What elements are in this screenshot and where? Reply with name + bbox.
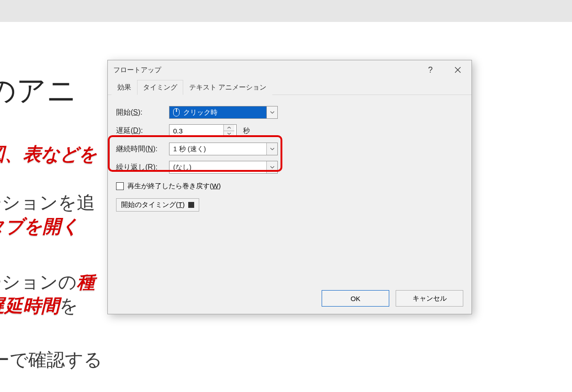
close-button[interactable]: [444, 60, 471, 79]
slide-text-line3b: タブを開く: [0, 214, 79, 239]
rewind-checkbox[interactable]: [116, 182, 124, 190]
duration-value: 1 秒 (速く): [169, 143, 266, 155]
duration-label: 継続時間(N):: [116, 144, 169, 154]
timing-tab-content: 開始(S): クリック時 遅延(D):: [108, 95, 471, 216]
start-value: クリック時: [183, 108, 217, 117]
delay-label: 遅延(D):: [116, 126, 169, 136]
rewind-label: 再生が終了したら巻き戻す(W): [127, 182, 221, 191]
duration-row: 継続時間(N): 1 秒 (速く): [116, 140, 463, 158]
delay-spin-up[interactable]: [224, 125, 234, 131]
start-combobox[interactable]: クリック時: [169, 106, 278, 119]
slide-text-line3a: ーションを追: [0, 190, 95, 215]
slide-text-line2: 図、表などを: [0, 142, 97, 167]
repeat-label: 繰り返し(R):: [116, 163, 169, 172]
collapse-icon: [188, 202, 194, 208]
delay-unit: 秒: [243, 127, 250, 135]
trigger-timing-button[interactable]: 開始のタイミング(T): [116, 198, 199, 212]
dialog-title: フロートアップ: [113, 66, 161, 74]
rewind-row: 再生が終了したら巻き戻す(W): [116, 178, 463, 194]
dialog-titlebar: フロートアップ ?: [108, 60, 471, 79]
ok-button[interactable]: OK: [322, 290, 389, 307]
slide-text-line4b: 遅延時間を: [0, 293, 78, 318]
delay-spinner[interactable]: [169, 124, 237, 137]
repeat-combobox[interactable]: (なし): [169, 161, 278, 174]
dialog-button-row: OK キャンセル: [322, 290, 463, 307]
close-icon: [455, 67, 461, 73]
slide-text-line4a: ーションの種: [0, 270, 95, 295]
cancel-button[interactable]: キャンセル: [396, 290, 463, 307]
slide-text-line5: ューで確認する: [0, 347, 102, 372]
tab-strip: 効果 タイミング テキスト アニメーション: [108, 79, 471, 95]
tab-effect[interactable]: 効果: [111, 80, 137, 95]
mouse-click-icon: [173, 108, 180, 117]
float-up-dialog: フロートアップ ? 効果 タイミング テキスト アニメーション 開始(S): ク…: [107, 60, 472, 314]
ribbon-area: [0, 0, 572, 22]
slide-text-line1: のアニ: [0, 71, 77, 111]
chevron-down-icon: [266, 106, 277, 118]
chevron-down-icon: [266, 143, 277, 155]
repeat-row: 繰り返し(R): (なし): [116, 158, 463, 176]
delay-spin-down[interactable]: [224, 131, 234, 137]
duration-combobox[interactable]: 1 秒 (速く): [169, 143, 278, 155]
start-row: 開始(S): クリック時: [116, 103, 463, 122]
delay-input[interactable]: [169, 125, 223, 137]
help-button[interactable]: ?: [417, 60, 444, 79]
tab-timing[interactable]: タイミング: [137, 80, 183, 95]
start-label: 開始(S):: [116, 108, 169, 117]
delay-row: 遅延(D): 秒: [116, 122, 463, 140]
chevron-down-icon: [266, 161, 277, 173]
repeat-value: (なし): [169, 161, 266, 173]
tab-text-animation[interactable]: テキスト アニメーション: [183, 80, 272, 95]
